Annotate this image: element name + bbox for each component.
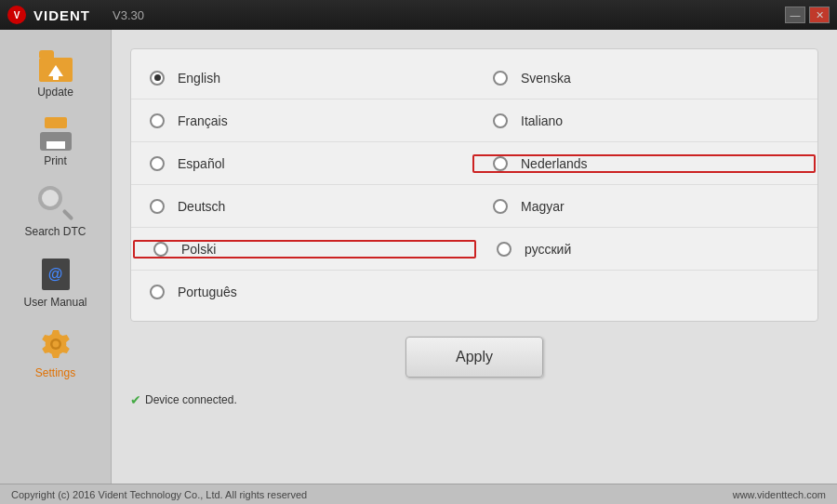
lang-label-polski: Polski	[181, 242, 216, 257]
sidebar-item-print[interactable]: Print	[0, 110, 111, 175]
lang-cell-english[interactable]: English	[131, 71, 474, 86]
lang-cell-deutsch[interactable]: Deutsch	[131, 199, 474, 214]
version-label: V3.30	[113, 8, 144, 22]
manual-icon: @	[39, 257, 73, 292]
update-icon	[37, 46, 74, 82]
lang-cell-espanol[interactable]: Español	[131, 156, 471, 171]
search-icon	[38, 186, 73, 221]
title-bar: V VIDENT V3.30 — ✕	[0, 0, 837, 30]
close-button[interactable]: ✕	[809, 7, 830, 23]
status-bar-inner: ✔ Device connected.	[130, 392, 818, 407]
print-label: Print	[44, 154, 67, 167]
radio-francais[interactable]	[150, 113, 165, 128]
radio-polski[interactable]	[153, 242, 168, 257]
title-bar-left: V VIDENT V3.30	[7, 6, 144, 24]
sidebar-item-search-dtc[interactable]: Search DTC	[0, 179, 111, 245]
settings-icon	[38, 327, 73, 363]
apply-section: Apply	[130, 337, 818, 378]
lang-label-nederlands: Nederlands	[521, 156, 588, 171]
minimize-button[interactable]: —	[785, 7, 805, 23]
window-controls: — ✕	[785, 7, 830, 23]
radio-espanol[interactable]	[150, 156, 165, 171]
lang-label-deutsch: Deutsch	[178, 199, 225, 214]
settings-label: Settings	[35, 366, 75, 379]
radio-portugues[interactable]	[150, 285, 165, 299]
lang-row: DeutschMagyar	[131, 185, 817, 228]
lang-label-espanol: Español	[178, 156, 225, 171]
apply-button[interactable]: Apply	[405, 337, 543, 378]
lang-cell-francais[interactable]: Français	[131, 113, 474, 128]
radio-deutsch[interactable]	[150, 199, 165, 214]
radio-svenska[interactable]	[493, 71, 508, 86]
radio-italiano[interactable]	[493, 113, 508, 128]
lang-label-svenska: Svenska	[521, 71, 571, 86]
radio-magyar[interactable]	[493, 199, 508, 214]
lang-cell-magyar[interactable]: Magyar	[474, 199, 817, 214]
lang-label-magyar: Magyar	[521, 199, 565, 214]
lang-cell-italiano[interactable]: Italiano	[474, 113, 817, 128]
radio-english[interactable]	[150, 71, 165, 86]
lang-row: Polskiрусский	[131, 228, 817, 271]
search-dtc-label: Search DTC	[24, 225, 86, 238]
lang-row: EspañolNederlands	[131, 142, 817, 185]
radio-nederlands[interactable]	[493, 156, 508, 171]
app-name: VIDENT	[33, 7, 90, 23]
lang-cell-nederlands[interactable]: Nederlands	[472, 154, 816, 173]
lang-row: EnglishSvenska	[131, 57, 817, 99]
logo-icon: V	[7, 6, 26, 24]
lang-row: FrançaisItaliano	[131, 99, 817, 142]
lang-cell-russian[interactable]: русский	[478, 242, 817, 257]
website-text: www.videnttech.com	[733, 489, 826, 500]
sidebar-item-user-manual[interactable]: @ User Manual	[0, 249, 111, 316]
user-manual-label: User Manual	[23, 296, 86, 309]
footer-bar: Copyright (c) 2016 Vident Technology Co.…	[0, 484, 837, 504]
print-icon	[38, 117, 73, 151]
lang-label-italiano: Italiano	[521, 113, 563, 128]
lang-cell-svenska[interactable]: Svenska	[474, 71, 817, 86]
lang-label-francais: Français	[178, 113, 228, 128]
content-area: EnglishSvenskaFrançaisItalianoEspañolNed…	[112, 30, 837, 484]
lang-cell-portugues[interactable]: Português	[131, 285, 474, 299]
copyright-text: Copyright (c) 2016 Vident Technology Co.…	[11, 489, 307, 500]
lang-cell-polski[interactable]: Polski	[133, 240, 476, 259]
lang-label-english: English	[178, 71, 220, 86]
language-panel: EnglishSvenskaFrançaisItalianoEspañolNed…	[130, 48, 818, 322]
connected-text: Device connected.	[145, 393, 237, 406]
sidebar-item-settings[interactable]: Settings	[0, 320, 111, 387]
lang-label-russian: русский	[525, 242, 571, 257]
lang-row: Português	[131, 271, 817, 313]
update-label: Update	[37, 86, 73, 99]
radio-russian[interactable]	[497, 242, 512, 257]
svg-point-1	[52, 341, 59, 348]
connected-icon: ✔	[130, 392, 141, 407]
lang-label-portugues: Português	[178, 285, 237, 299]
main-container: Update Print Search DTC @ User Manual	[0, 30, 837, 484]
sidebar: Update Print Search DTC @ User Manual	[0, 30, 112, 484]
sidebar-item-update[interactable]: Update	[0, 39, 111, 106]
